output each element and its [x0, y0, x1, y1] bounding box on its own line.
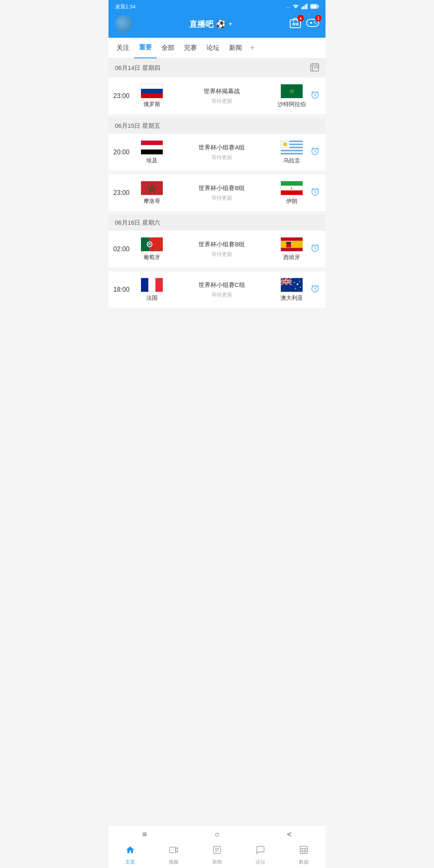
svg-rect-1	[303, 6, 304, 9]
svg-text:☾: ☾	[291, 187, 293, 190]
shop-badge: ●	[297, 15, 304, 21]
flag-saudi: 🌿	[280, 84, 303, 98]
match-center-portugal-spain: 世界杯小组赛B组 等待更新	[170, 241, 274, 258]
svg-rect-35	[281, 181, 303, 186]
svg-rect-52	[141, 278, 148, 292]
svg-text:🌿: 🌿	[289, 89, 295, 94]
match-item-portugal-spain: 02:00 ★ 葡萄牙 世界杯小组赛B组 等待更新	[108, 231, 326, 268]
svg-rect-3	[306, 4, 307, 9]
soccer-icon: ⚽	[216, 19, 226, 29]
svg-rect-0	[301, 7, 303, 9]
svg-text:✦: ✦	[299, 286, 301, 289]
team-name-australia: 澳大利亚	[280, 295, 303, 302]
tab-luntan[interactable]: 论坛	[202, 38, 224, 58]
svg-rect-54	[156, 278, 163, 292]
flag-australia: ✦ ✦ ✦ ✦ ✦	[280, 278, 303, 292]
alarm-icon[interactable]	[309, 90, 321, 102]
tab-guanzhu[interactable]: 关注	[112, 38, 134, 58]
alarm-icon-5[interactable]	[309, 284, 321, 296]
match-status-3: 等待更新	[211, 194, 232, 202]
wifi-icon	[293, 4, 299, 10]
status-right: ···	[286, 4, 319, 10]
team-left-morocco: 摩洛哥	[137, 181, 166, 205]
match-time-2000: 20:00	[113, 149, 134, 156]
team-name-morocco: 摩洛哥	[143, 198, 160, 205]
svg-rect-48	[281, 248, 303, 252]
date-header-0615: 06月15日 星期五	[108, 118, 326, 134]
flag-morocco	[141, 181, 163, 195]
battery-icon	[310, 4, 319, 10]
svg-rect-46	[281, 237, 303, 241]
match-status-4: 等待更新	[211, 251, 232, 258]
flag-portugal: ★	[141, 237, 163, 252]
tab-xinwen[interactable]: 新闻	[224, 38, 247, 58]
team-left-france: 法国	[137, 278, 166, 302]
match-center-france-australia: 世界杯小组赛C组 等待更新	[170, 281, 274, 299]
match-title-groupB1: 世界杯小组赛B组	[199, 184, 245, 192]
flag-france	[141, 278, 163, 292]
svg-rect-47	[281, 241, 303, 248]
team-name-france: 法国	[146, 295, 158, 302]
match-status: 等待更新	[211, 98, 232, 105]
match-time-2300b: 23:00	[113, 189, 134, 197]
game-button[interactable]: 1	[306, 17, 319, 31]
team-right-australia: ✦ ✦ ✦ ✦ ✦ 澳大利亚	[277, 278, 306, 302]
team-name-spain: 西班牙	[283, 254, 300, 261]
shop-button[interactable]: ● 商城	[289, 17, 301, 31]
team-name-russia: 俄罗斯	[143, 101, 160, 108]
svg-text:✦: ✦	[295, 288, 297, 290]
date-header-0614: 06月14日 星期四	[108, 59, 326, 78]
svg-rect-18	[312, 67, 313, 68]
svg-rect-28	[281, 148, 303, 150]
svg-rect-37	[281, 190, 303, 195]
match-status-2: 等待更新	[211, 154, 232, 161]
svg-point-13	[315, 23, 316, 25]
alarm-icon-3[interactable]	[309, 187, 321, 199]
flag-iran: ☾	[280, 181, 303, 195]
match-title-groupA: 世界杯小组赛A组	[199, 144, 245, 151]
match-item-russia-saudi: 23:00 俄罗斯 世界杯揭幕战 等待更新 🌿 沙特阿拉伯	[108, 78, 326, 115]
match-center-egypt-uruguay: 世界杯小组赛A组 等待更新	[170, 144, 274, 161]
svg-rect-50	[287, 242, 291, 244]
svg-point-31	[283, 142, 287, 146]
svg-rect-33	[141, 181, 163, 195]
team-right-iran: ☾ 伊朗	[277, 181, 306, 205]
date-label-0616: 06月16日 星期六	[115, 219, 160, 227]
svg-rect-2	[305, 5, 306, 9]
team-name-uruguay: 乌拉圭	[283, 157, 300, 164]
team-left-egypt: 埃及	[137, 140, 166, 164]
tab-wansai[interactable]: 完赛	[179, 38, 202, 58]
svg-rect-53	[148, 278, 155, 292]
tab-quanbu[interactable]: 全部	[157, 38, 179, 58]
alarm-icon-4[interactable]	[309, 243, 321, 255]
svg-text:商城: 商城	[292, 22, 299, 26]
dropdown-icon[interactable]: ▼	[228, 21, 233, 27]
match-time-0200: 02:00	[113, 246, 134, 253]
svg-point-12	[314, 22, 315, 23]
header-title: 直播吧 ⚽ ▼	[189, 19, 233, 30]
svg-text:✦: ✦	[299, 280, 301, 283]
date-label-0614: 06月14日 星期四	[115, 64, 160, 72]
avatar[interactable]	[115, 15, 133, 33]
date-label-0615: 06月15日 星期五	[115, 122, 160, 130]
svg-rect-20	[317, 67, 318, 68]
nav-tabs: 关注 重要 全部 完赛 论坛 新闻 +	[108, 38, 326, 59]
calendar-icon[interactable]	[310, 63, 319, 74]
match-title-groupC: 世界杯小组赛C组	[199, 281, 245, 289]
match-center-morocco-iran: 世界杯小组赛B组 等待更新	[170, 184, 274, 202]
status-bar: 凌晨1:34 ···	[108, 0, 326, 12]
alarm-icon-2[interactable]	[309, 146, 321, 158]
signal-icon	[301, 4, 308, 10]
match-center: 世界杯揭幕战 等待更新	[170, 88, 274, 105]
flag-russia	[141, 84, 163, 98]
svg-rect-21	[312, 69, 313, 70]
match-time-1800: 18:00	[113, 286, 134, 293]
team-name-saudi: 沙特阿拉伯	[278, 101, 306, 108]
tab-zhongyao[interactable]: 重要	[134, 38, 157, 58]
team-right-spain: 西班牙	[277, 237, 306, 261]
team-right-saudi: 🌿 沙特阿拉伯	[277, 84, 306, 108]
svg-rect-29	[281, 151, 303, 153]
svg-rect-6	[318, 5, 319, 7]
team-name-egypt: 埃及	[146, 157, 158, 164]
tab-add[interactable]: +	[247, 38, 258, 58]
